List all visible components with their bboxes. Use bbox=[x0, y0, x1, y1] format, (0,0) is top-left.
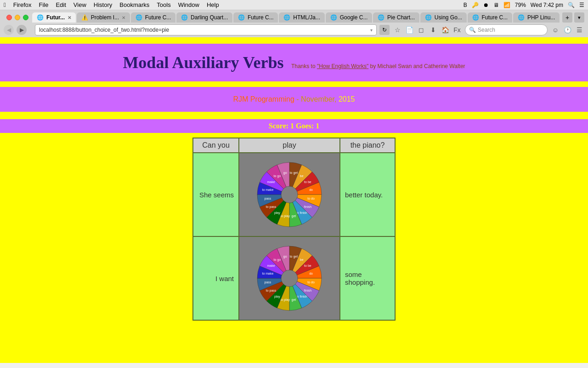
svg-text:do: do bbox=[309, 272, 313, 275]
apple-menu[interactable]:  bbox=[4, 1, 6, 8]
tab-label: Problem I... bbox=[91, 14, 119, 21]
tab-label: Future C... bbox=[145, 14, 171, 21]
subtitle-link[interactable]: "How English Works" bbox=[317, 63, 368, 69]
svg-text:to get: to get bbox=[290, 171, 298, 175]
svg-text:to do: to do bbox=[307, 197, 315, 200]
search-bar[interactable]: 🔍 Search bbox=[465, 24, 548, 35]
menu-view[interactable]: View bbox=[74, 1, 86, 8]
branding-dash: - bbox=[296, 95, 301, 103]
table-row: I want to getbeto bedoto dofinishto fini… bbox=[193, 236, 395, 320]
svg-text:play: play bbox=[274, 295, 280, 299]
svg-text:to finish: to finish bbox=[296, 295, 307, 298]
address-bar-row: ◀ ▶ localhost:8888/button_choice_of_two.… bbox=[0, 23, 588, 37]
address-bar[interactable]: localhost:8888/button_choice_of_two.html… bbox=[35, 24, 377, 35]
pie-cell-1[interactable]: to getbeto bedoto dofinishto finishgetto… bbox=[239, 153, 340, 236]
search-placeholder: Search bbox=[478, 27, 495, 33]
refresh-button[interactable]: ↻ bbox=[379, 25, 390, 35]
menu-help[interactable]: Help bbox=[207, 1, 219, 8]
tab-favicon: ⚠️ bbox=[81, 14, 88, 21]
tab-futur[interactable]: 🌐 Futur... ✕ bbox=[32, 12, 76, 23]
pie-cell-2[interactable]: to getbeto bedoto dofinishto finishgetto… bbox=[239, 236, 340, 320]
svg-text:to play: to play bbox=[280, 298, 290, 302]
browser-chrome: 🌐 Futur... ✕ ⚠️ Problem I... ✕ 🌐 Future … bbox=[0, 10, 588, 37]
tab-problem[interactable]: ⚠️ Problem I... ✕ bbox=[77, 12, 130, 23]
minimize-button[interactable] bbox=[15, 15, 20, 20]
1password-icon: 🔑 bbox=[472, 2, 479, 8]
menu-window[interactable]: Window bbox=[178, 1, 199, 8]
svg-text:to make: to make bbox=[262, 272, 273, 275]
fx-icon[interactable]: Fx bbox=[452, 25, 462, 35]
battery-status: 79% bbox=[515, 2, 526, 8]
tab-php[interactable]: 🌐 PHP Linu... bbox=[513, 12, 560, 23]
header-can-you: Can you bbox=[193, 138, 239, 153]
page-title: Modal Auxiliary Verbs bbox=[123, 53, 283, 72]
clock-icon[interactable]: 🕐 bbox=[562, 25, 572, 35]
svg-text:finish: finish bbox=[304, 289, 311, 292]
score-text: Score: 1 Goes: 1 bbox=[269, 122, 319, 130]
tab-future-c2[interactable]: 🌐 Future C... bbox=[233, 12, 278, 23]
menu-firefox[interactable]: Firefox bbox=[13, 1, 32, 8]
bookmark-star-icon[interactable]: ☆ bbox=[392, 25, 402, 35]
home-icon[interactable]: 🏠 bbox=[440, 25, 450, 35]
tab-google-c[interactable]: 🌐 Google C... bbox=[326, 12, 372, 23]
tab-darling[interactable]: 🌐 Darling Quart... bbox=[176, 12, 232, 23]
tab-close-icon[interactable]: ✕ bbox=[68, 15, 71, 20]
branding-month: November, bbox=[301, 95, 336, 103]
svg-text:to be: to be bbox=[304, 180, 311, 184]
tab-favicon: 🌐 bbox=[425, 14, 432, 21]
tab-label: Using Go... bbox=[435, 14, 462, 21]
pocket-icon[interactable]: ◻ bbox=[416, 25, 426, 35]
svg-text:play: play bbox=[274, 211, 280, 215]
tab-html[interactable]: 🌐 HTML/Ja... bbox=[279, 12, 324, 23]
search-icon[interactable]: 🔍 bbox=[568, 2, 575, 8]
tab-pie-chart[interactable]: 🌐 Pie Chart... bbox=[373, 12, 419, 23]
mac-menubar:  Firefox File Edit View History Bookmar… bbox=[0, 0, 588, 10]
menu-tools[interactable]: Tools bbox=[157, 1, 170, 8]
wifi-icon: 📶 bbox=[503, 2, 510, 8]
svg-text:pass: pass bbox=[265, 281, 271, 284]
sentence-right-2: some shopping. bbox=[340, 236, 395, 320]
branding-name: RJM Programming bbox=[233, 95, 294, 103]
svg-text:to be: to be bbox=[304, 264, 311, 267]
sentence-left-1: She seems bbox=[193, 153, 239, 236]
menu-bookmarks[interactable]: Bookmarks bbox=[119, 1, 149, 8]
svg-text:to do: to do bbox=[307, 281, 315, 284]
menu-edit[interactable]: Edit bbox=[56, 1, 66, 8]
pie-chart-1[interactable]: to getbeto bedoto dofinishto finishgetto… bbox=[253, 158, 326, 231]
search-magnifier-icon: 🔍 bbox=[469, 27, 476, 33]
subtitle-thanks: Thanks to bbox=[291, 63, 317, 69]
svg-text:to go: to go bbox=[274, 174, 281, 178]
reader-icon[interactable]: 📄 bbox=[404, 25, 414, 35]
new-tab-button[interactable]: + bbox=[562, 12, 572, 23]
tab-label: PHP Linu... bbox=[527, 14, 555, 21]
subheader-section: RJM Programming - November, 2015 bbox=[0, 87, 588, 112]
download-icon[interactable]: ⬇ bbox=[428, 25, 438, 35]
address-dropdown-icon[interactable]: ▾ bbox=[370, 28, 373, 33]
pie-chart-2[interactable]: to getbeto bedoto dofinishto finishgetto… bbox=[253, 242, 326, 315]
svg-text:to pass: to pass bbox=[266, 289, 277, 293]
tab-label: Futur... bbox=[46, 14, 65, 21]
tab-list-button[interactable]: ▾ bbox=[574, 12, 584, 23]
maximize-button[interactable] bbox=[23, 15, 28, 20]
table-row: She seems to getbeto bedoto dofinishto f… bbox=[193, 153, 395, 236]
tab-label: HTML/Ja... bbox=[293, 14, 320, 21]
svg-text:get: get bbox=[291, 214, 296, 218]
tab-using-go[interactable]: 🌐 Using Go... bbox=[420, 12, 467, 23]
list-icon[interactable]: ☰ bbox=[579, 2, 584, 8]
close-button[interactable] bbox=[6, 15, 12, 20]
display-icon: 🖥 bbox=[493, 2, 499, 8]
tab-favicon: 🌐 bbox=[136, 14, 142, 21]
menu-hamburger-icon[interactable]: ☰ bbox=[574, 25, 584, 35]
svg-text:do: do bbox=[309, 188, 313, 191]
tab-future-c3[interactable]: 🌐 Future C... bbox=[468, 12, 512, 23]
smiley-icon[interactable]: ☺ bbox=[550, 25, 560, 35]
tab-label: Darling Quart... bbox=[191, 14, 228, 21]
forward-button[interactable]: ▶ bbox=[17, 25, 27, 35]
menu-file[interactable]: File bbox=[39, 1, 48, 8]
tab-future-c1[interactable]: 🌐 Future C... bbox=[131, 12, 175, 23]
back-button[interactable]: ◀ bbox=[4, 25, 14, 35]
menu-history[interactable]: History bbox=[94, 1, 112, 8]
score-bar: Score: 1 Goes: 1 bbox=[0, 119, 588, 133]
svg-text:to play: to play bbox=[280, 214, 290, 218]
tab-close-icon[interactable]: ✕ bbox=[122, 15, 125, 20]
